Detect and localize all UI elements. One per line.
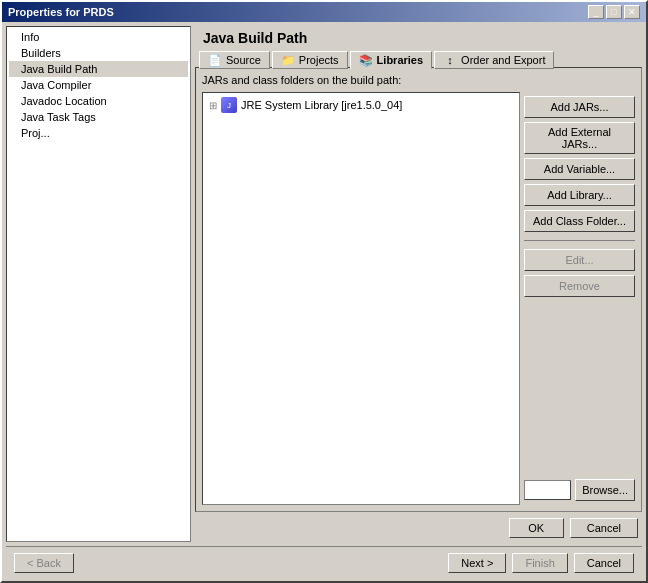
tabs: 📄 Source 📁 Projects 📚 Libraries ↕ Order … bbox=[195, 50, 642, 68]
tab-order-label: Order and Export bbox=[461, 54, 545, 66]
content-area: Info Builders Java Build Path Java Compi… bbox=[6, 26, 642, 542]
sidebar: Info Builders Java Build Path Java Compi… bbox=[6, 26, 191, 542]
minimize-button[interactable]: _ bbox=[588, 5, 604, 19]
panel-content: JARs and class folders on the build path… bbox=[195, 67, 642, 512]
projects-icon: 📁 bbox=[281, 54, 295, 66]
main-window: Properties for PRDS _ □ ✕ Info Builders … bbox=[0, 0, 648, 583]
bottom-ok-cancel: OK Cancel bbox=[195, 512, 642, 542]
sidebar-item-builders[interactable]: Builders bbox=[9, 45, 188, 61]
build-list-item[interactable]: ⊞ J JRE System Library [jre1.5.0_04] bbox=[205, 95, 517, 115]
lib-icon: J bbox=[221, 97, 237, 113]
sidebar-item-java-compiler[interactable]: Java Compiler bbox=[9, 77, 188, 93]
browse-input[interactable] bbox=[524, 480, 571, 500]
sidebar-item-javadoc-location[interactable]: Javadoc Location bbox=[9, 93, 188, 109]
edit-button[interactable]: Edit... bbox=[524, 249, 635, 271]
add-variable-button[interactable]: Add Variable... bbox=[524, 158, 635, 180]
back-button[interactable]: < Back bbox=[14, 553, 74, 573]
build-item-label: JRE System Library [jre1.5.0_04] bbox=[241, 99, 402, 111]
tab-libraries[interactable]: 📚 Libraries bbox=[350, 51, 432, 69]
tab-projects[interactable]: 📁 Projects bbox=[272, 51, 348, 69]
wizard-bar: < Back Next > Finish Cancel bbox=[6, 546, 642, 577]
add-jars-button[interactable]: Add JARs... bbox=[524, 96, 635, 118]
libraries-icon: 📚 bbox=[359, 54, 373, 66]
panel-title: Java Build Path bbox=[195, 26, 642, 50]
title-bar: Properties for PRDS _ □ ✕ bbox=[2, 2, 646, 22]
wizard-cancel-button[interactable]: Cancel bbox=[574, 553, 634, 573]
order-icon: ↕ bbox=[443, 54, 457, 66]
window-title: Properties for PRDS bbox=[8, 6, 114, 18]
next-button[interactable]: Next > bbox=[448, 553, 506, 573]
buttons-panel: Add JARs... Add External JARs... Add Var… bbox=[520, 92, 635, 505]
build-list: ⊞ J JRE System Library [jre1.5.0_04] bbox=[202, 92, 520, 505]
ok-button[interactable]: OK bbox=[509, 518, 564, 538]
close-button[interactable]: ✕ bbox=[624, 5, 640, 19]
tab-order-export[interactable]: ↕ Order and Export bbox=[434, 51, 554, 69]
right-section: ⊞ J JRE System Library [jre1.5.0_04] Add… bbox=[202, 92, 635, 505]
window-body: Info Builders Java Build Path Java Compi… bbox=[2, 22, 646, 581]
tab-source-label: Source bbox=[226, 54, 261, 66]
right-panel: Java Build Path 📄 Source 📁 Projects 📚 Li… bbox=[195, 26, 642, 542]
title-bar-buttons: _ □ ✕ bbox=[588, 5, 640, 19]
sidebar-item-java-build-path[interactable]: Java Build Path bbox=[9, 61, 188, 77]
source-icon: 📄 bbox=[208, 54, 222, 66]
tab-projects-label: Projects bbox=[299, 54, 339, 66]
browse-button[interactable]: Browse... bbox=[575, 479, 635, 501]
add-library-button[interactable]: Add Library... bbox=[524, 184, 635, 206]
add-external-jars-button[interactable]: Add External JARs... bbox=[524, 122, 635, 154]
maximize-button[interactable]: □ bbox=[606, 5, 622, 19]
expand-icon: ⊞ bbox=[209, 100, 217, 111]
sidebar-item-java-task-tags[interactable]: Java Task Tags bbox=[9, 109, 188, 125]
finish-button[interactable]: Finish bbox=[512, 553, 567, 573]
cancel-button[interactable]: Cancel bbox=[570, 518, 638, 538]
separator bbox=[524, 240, 635, 241]
remove-button[interactable]: Remove bbox=[524, 275, 635, 297]
tab-source[interactable]: 📄 Source bbox=[199, 51, 270, 69]
sidebar-item-proj[interactable]: Proj... bbox=[9, 125, 188, 141]
add-class-folder-button[interactable]: Add Class Folder... bbox=[524, 210, 635, 232]
browse-row: Browse... bbox=[524, 479, 635, 501]
sidebar-item-info[interactable]: Info bbox=[9, 29, 188, 45]
tab-libraries-label: Libraries bbox=[377, 54, 423, 66]
panel-label: JARs and class folders on the build path… bbox=[202, 74, 635, 86]
